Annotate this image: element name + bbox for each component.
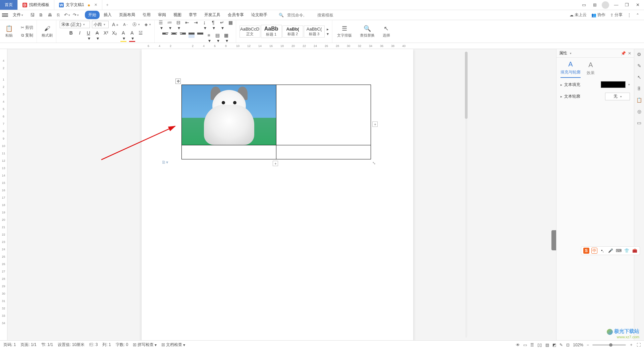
zoom-slider[interactable]	[592, 344, 626, 346]
collapse-ribbon-icon[interactable]: ⌃	[636, 13, 639, 17]
eye-icon[interactable]: 👁	[516, 343, 520, 347]
page[interactable]: ✥	[142, 49, 413, 340]
font-name-select[interactable]: 宋体 (正文)▾	[60, 21, 90, 28]
hamburger-icon[interactable]	[2, 13, 8, 17]
ime-punct-icon[interactable]: •,	[599, 248, 605, 254]
ime-voice-icon[interactable]: 🎤	[607, 248, 613, 254]
new-tab-button[interactable]: ＋	[102, 0, 112, 10]
search-command-input[interactable]	[287, 13, 314, 17]
style-heading1[interactable]: AaBb标题 1	[261, 25, 282, 38]
export-icon[interactable]: ⎘	[55, 12, 61, 18]
bullets-button[interactable]: ☰▾	[158, 20, 164, 31]
spellcheck-toggle[interactable]: ☒ 拼写检查 ▾	[133, 342, 157, 348]
file-menu[interactable]: 文件▾	[11, 11, 25, 18]
table-resize-handle[interactable]: ⤡	[372, 161, 377, 165]
ime-skin-icon[interactable]: 👕	[624, 248, 630, 254]
status-indent[interactable]: 设置值: 10厘米	[58, 342, 85, 348]
align-center-button[interactable]	[171, 33, 177, 38]
clipboard-icon[interactable]: 📋	[636, 97, 643, 103]
ribbon-tab-view[interactable]: 视图	[170, 11, 185, 19]
close-panel-icon[interactable]: ✕	[628, 51, 631, 56]
select-button[interactable]: ↖选择	[381, 24, 391, 39]
location-icon[interactable]: ◎	[636, 108, 643, 115]
font-color-button[interactable]: A▾	[129, 30, 135, 42]
document-table[interactable]	[181, 85, 371, 159]
vertical-scrollbar[interactable]	[464, 49, 468, 340]
text-fill-row[interactable]: ▸ 文本填充 ▾	[560, 81, 630, 88]
cloud-status[interactable]: ☁未上云	[570, 12, 587, 18]
table-cell-1-2[interactable]	[276, 85, 371, 145]
ime-toolbar[interactable]: S 中 •, 🎤 ⌨ 👕 🧰	[581, 246, 640, 255]
status-chars[interactable]: 字数: 0	[116, 342, 128, 348]
align-distribute-button[interactable]	[197, 33, 203, 38]
layout-icon[interactable]: ▭	[580, 1, 588, 9]
panel-tab-effect[interactable]: A效果	[587, 61, 595, 78]
share-button[interactable]: ⇪分享	[610, 12, 623, 18]
style-heading2[interactable]: AaBb(标题 2	[282, 26, 303, 38]
underline-button[interactable]: U▾	[86, 30, 92, 42]
font-size-select[interactable]: 小四▾	[92, 21, 109, 28]
maximize-button[interactable]: ❐	[623, 1, 631, 9]
doccheck-toggle[interactable]: ☒ 文档检查 ▾	[161, 342, 185, 348]
ime-toolbox-icon[interactable]: 🧰	[632, 248, 638, 254]
close-tab-icon[interactable]: ✕	[94, 3, 97, 7]
tabs-button[interactable]: ¶▾	[210, 20, 216, 31]
align-justify-button[interactable]	[189, 33, 195, 38]
style-heading3[interactable]: AaBbC(标题 3	[304, 26, 325, 38]
outline-select[interactable]: 无▾	[605, 93, 630, 100]
fill-color-swatch[interactable]	[601, 81, 626, 88]
print-preview-icon[interactable]: 🗎	[38, 12, 44, 18]
tab-document[interactable]: W 文字文稿1 ● ✕	[54, 0, 102, 10]
italic-button[interactable]: I	[77, 30, 83, 42]
canvas[interactable]: ✥	[7, 49, 556, 340]
strike-button[interactable]: A▾	[94, 30, 100, 42]
view-page-icon[interactable]: ▭	[523, 343, 527, 347]
print-icon[interactable]: 🖶	[47, 12, 53, 18]
table-cell-2-2[interactable]	[276, 145, 371, 159]
format-painter-button[interactable]: 🖌格式刷	[40, 24, 54, 39]
line-spacing-button[interactable]: ≡▾	[206, 33, 212, 43]
decrease-indent-button[interactable]: ⇤	[184, 20, 190, 31]
align-left-button[interactable]	[162, 33, 168, 38]
text-highlight-button[interactable]: A▾	[120, 30, 126, 42]
cut-button[interactable]: ✂剪切	[19, 24, 35, 31]
more-icon[interactable]: ⋮	[627, 13, 631, 17]
book-icon[interactable]: ▭	[636, 119, 643, 126]
text-outline-row[interactable]: ▸ 文本轮廓 无▾	[560, 93, 630, 100]
expand-icon[interactable]: ▸	[560, 95, 562, 98]
status-page-no[interactable]: 页码: 1	[3, 342, 16, 348]
table-object[interactable]: ✥	[181, 85, 371, 159]
chevron-down-icon[interactable]: ▾	[570, 52, 572, 55]
fullscreen-icon[interactable]: ⛶	[637, 343, 641, 347]
avatar[interactable]	[602, 1, 609, 9]
styles-more-icon[interactable]: ▸▾	[325, 26, 330, 37]
redo-icon[interactable]: ↷▾	[73, 12, 79, 18]
sort-button[interactable]: ↨▾	[202, 20, 208, 31]
table-move-handle[interactable]: ✥	[175, 79, 181, 84]
search-template-input[interactable]	[317, 13, 344, 17]
ime-lang-button[interactable]: 中	[591, 248, 597, 254]
edit-pen-icon[interactable]: ✎	[559, 343, 563, 347]
side-collapse-tab[interactable]	[551, 230, 556, 250]
tab-templates[interactable]: D 找稻壳模板	[18, 0, 54, 10]
text-layout-button[interactable]: ☰文字排版	[336, 24, 353, 39]
inserted-image[interactable]	[182, 85, 276, 145]
collab-button[interactable]: 👥协作	[591, 12, 605, 18]
copy-button[interactable]: ⧉复制	[20, 32, 35, 39]
settings-slider-icon[interactable]: ⚙	[636, 51, 643, 58]
zoom-value[interactable]: 102%	[573, 343, 583, 347]
ime-keyboard-icon[interactable]: ⌨	[615, 248, 622, 254]
save-icon[interactable]: 🖫	[29, 12, 35, 18]
shrink-font-button[interactable]: A-	[122, 22, 129, 27]
select-cursor-icon[interactable]: ↖	[636, 74, 643, 81]
page-options-icon[interactable]: 🗎▾	[162, 160, 168, 165]
align-right-button[interactable]	[180, 33, 186, 38]
view-outline-icon[interactable]: ☰	[530, 343, 534, 347]
superscript-button[interactable]: X²	[103, 30, 109, 42]
pencil-icon[interactable]: ✎	[636, 62, 643, 69]
pin-icon[interactable]: 📌	[621, 51, 626, 56]
ruler-vertical[interactable]: 4212345678910111213141516171819202122232…	[0, 49, 7, 340]
paste-button[interactable]: 📋粘贴	[4, 24, 14, 39]
status-line[interactable]: 行: 3	[89, 342, 98, 348]
zoom-in-button[interactable]: ＋	[629, 342, 633, 348]
